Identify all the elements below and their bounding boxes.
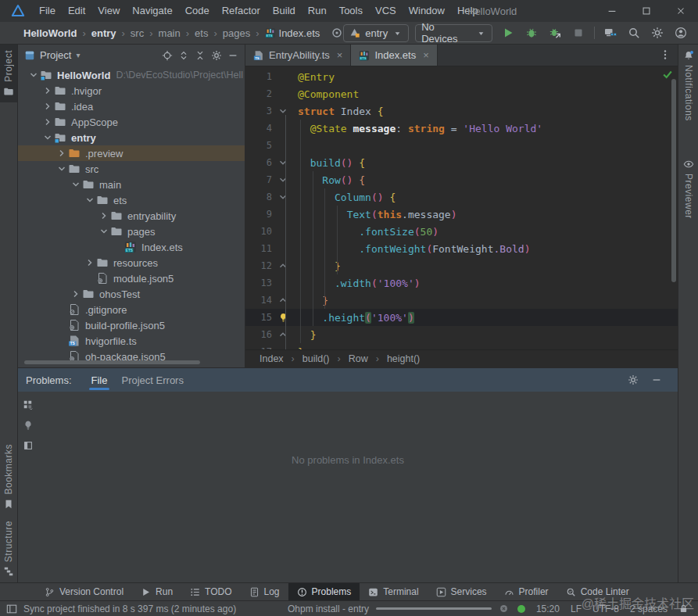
stripe-item-notifications[interactable]: Notifications [678, 45, 698, 127]
editor-scrollbar[interactable] [671, 79, 676, 282]
breadcrumb-item[interactable]: main [159, 27, 181, 39]
menu-edit[interactable]: Edit [62, 0, 91, 22]
stripe-item-previewer[interactable]: Previewer [678, 153, 698, 224]
search-icon[interactable] [625, 23, 643, 42]
menu-build[interactable]: Build [267, 0, 302, 22]
tree-chevron-icon[interactable] [70, 288, 82, 300]
tree-item-ets[interactable]: ets [18, 192, 245, 208]
tool-window-button-todo[interactable]: TODO [181, 583, 240, 600]
tab-entryability.ts[interactable]: TSEntryAbility.ts× [245, 45, 351, 66]
tree-item-build-profile.json5[interactable]: build-profile.json5 [18, 317, 245, 333]
tool-window-button-log[interactable]: Log [241, 583, 288, 600]
code-line-6[interactable]: 6 build() { [245, 154, 678, 171]
preview-source-icon[interactable] [23, 440, 34, 451]
fold-marker-icon[interactable] [272, 261, 294, 270]
tree-chevron-icon[interactable] [98, 210, 110, 222]
tree-item-src[interactable]: src [18, 161, 245, 177]
fold-marker-icon[interactable] [272, 106, 294, 116]
tree-item-ohostest[interactable]: ohosTest [18, 286, 245, 302]
tree-chevron-icon[interactable] [41, 131, 54, 144]
tree-chevron-icon[interactable] [84, 194, 96, 206]
tree-item-appscope[interactable]: AppScope [18, 114, 245, 130]
menu-file[interactable]: File [33, 0, 62, 22]
inspection-ok-icon[interactable] [662, 69, 673, 80]
tree-item-pages[interactable]: pages [18, 224, 245, 239]
code-line-5[interactable]: 5 [245, 137, 678, 154]
horizontal-scrollbar[interactable] [24, 360, 200, 364]
expand-all-icon[interactable] [178, 50, 189, 61]
stripe-item-structure[interactable]: Structure [0, 515, 17, 582]
tree-item-.hvigor[interactable]: .hvigor [18, 83, 245, 98]
breadcrumb-item[interactable]: HelloWorld [23, 27, 77, 39]
editor-breadcrumb-item[interactable]: build() [302, 353, 330, 364]
fold-marker-icon[interactable] [272, 158, 294, 167]
fold-marker-icon[interactable] [272, 347, 294, 349]
breadcrumb-item[interactable]: entry [91, 27, 116, 39]
breadcrumb-item[interactable]: pages [223, 27, 250, 39]
menu-run[interactable]: Run [302, 0, 333, 22]
tree-item-hvigorfile.ts[interactable]: TShvigorfile.ts [18, 333, 245, 349]
quick-fix-icon[interactable] [23, 420, 34, 431]
menu-window[interactable]: Window [403, 0, 451, 22]
tree-chevron-icon[interactable] [41, 116, 54, 128]
hide-icon[interactable] [651, 374, 662, 385]
run-config-selector[interactable]: entry [343, 24, 409, 42]
tool-window-button-terminal[interactable]: Terminal [360, 583, 427, 600]
settings-icon[interactable] [628, 374, 639, 385]
tree-chevron-icon[interactable] [55, 147, 68, 159]
code-line-4[interactable]: 4 @State message: string = 'Hello World' [245, 120, 678, 137]
tree-item-.gitignore[interactable]: .gitignore [18, 302, 245, 317]
tool-window-button-services[interactable]: Services [428, 583, 496, 600]
menu-code[interactable]: Code [179, 0, 216, 22]
cancel-task-icon[interactable] [499, 603, 509, 614]
code-line-17[interactable]: 17} [245, 343, 678, 349]
tool-window-button-problems[interactable]: Problems [288, 583, 360, 600]
severity-filter-icon[interactable] [23, 399, 34, 410]
account-icon[interactable] [671, 23, 690, 42]
editor-breadcrumb-item[interactable]: Index [260, 353, 284, 364]
tree-chevron-icon[interactable] [41, 84, 54, 97]
device-selector[interactable]: No Devices [415, 24, 492, 42]
code-line-13[interactable]: 13 .width('100%') [245, 274, 678, 292]
tree-chevron-icon[interactable] [27, 69, 40, 81]
device-manager-icon[interactable] [601, 23, 620, 42]
collapse-all-icon[interactable] [195, 50, 206, 61]
minimize-icon[interactable] [595, 0, 629, 22]
window-layout-icon[interactable] [6, 603, 17, 614]
indent-indicator[interactable]: 2 spaces [630, 603, 668, 614]
quick-fix-bulb-icon[interactable] [272, 313, 294, 323]
settings-icon[interactable] [648, 23, 667, 42]
target-icon[interactable] [331, 27, 343, 39]
tree-item-entry[interactable]: entry [18, 130, 245, 145]
problems-tab-file[interactable]: File [84, 370, 115, 390]
fold-marker-icon[interactable] [272, 175, 294, 184]
code-line-1[interactable]: 1@Entry [245, 68, 678, 85]
tree-item-.preview[interactable]: .preview [18, 145, 245, 161]
menu-vcs[interactable]: VCS [369, 0, 403, 22]
lock-icon[interactable] [678, 603, 689, 614]
close-icon[interactable] [664, 0, 698, 22]
breadcrumb-item[interactable]: src [131, 27, 144, 39]
run-icon[interactable] [499, 23, 517, 42]
editor-breadcrumb-item[interactable]: Row [349, 353, 368, 364]
code-line-2[interactable]: 2@Component [245, 85, 678, 102]
fold-marker-icon[interactable] [272, 192, 294, 202]
tree-item-resources[interactable]: resources [18, 255, 245, 270]
code-line-8[interactable]: 8 Column() { [245, 188, 678, 206]
project-panel-title[interactable]: Project [40, 49, 71, 61]
tree-chevron-icon[interactable] [41, 100, 54, 113]
code-line-16[interactable]: 16 } [245, 326, 678, 343]
close-icon[interactable]: × [337, 49, 343, 61]
attach-debugger-icon[interactable] [546, 23, 564, 42]
chevron-down-icon[interactable]: ▾ [76, 51, 80, 59]
tree-chevron-icon[interactable] [98, 225, 110, 238]
stripe-item-bookmarks[interactable]: Bookmarks [0, 439, 17, 515]
menu-tools[interactable]: Tools [333, 0, 369, 22]
tree-chevron-icon[interactable] [55, 163, 68, 175]
tree-item-main[interactable]: main [18, 177, 245, 192]
tree-item-helloworld[interactable]: HelloWorldD:\DevEcoStudio\Project\Hell [18, 67, 245, 83]
menu-view[interactable]: View [91, 0, 126, 22]
tree-chevron-icon[interactable] [84, 256, 96, 269]
settings-icon[interactable] [211, 50, 222, 61]
debug-icon[interactable] [522, 23, 541, 42]
